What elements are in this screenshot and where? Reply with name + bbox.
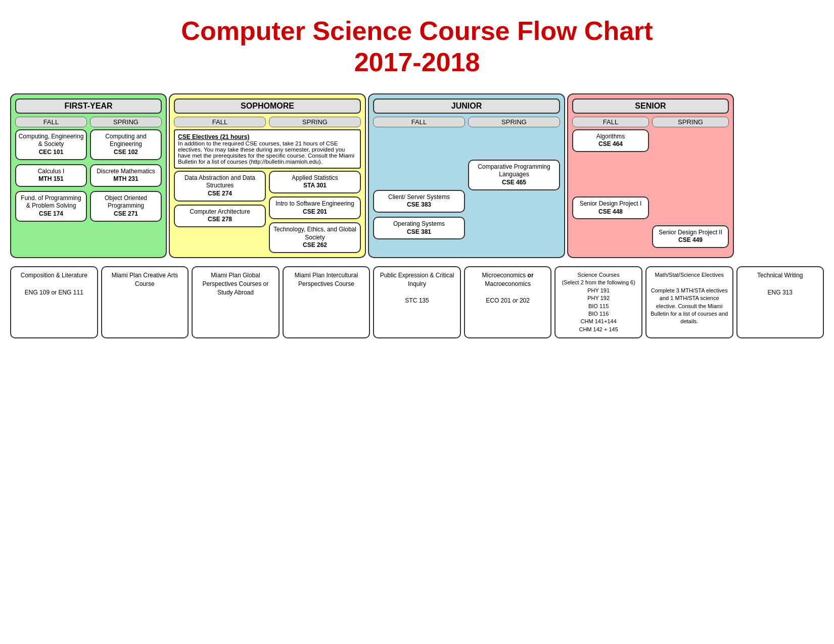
cse-electives-text: In addition to the required CSE courses,… (178, 140, 354, 165)
bottom-public-expression: Public Expression & Critical Inquiry STC… (373, 266, 461, 338)
sr-semester-labels: FALL SPRING (572, 117, 729, 127)
bottom-math-stat: Math/Stat/Science Electives Complete 3 M… (645, 266, 733, 338)
first-year-section: FIRST-YEAR FALL SPRING Computing, Engine… (10, 93, 167, 258)
course-mth231: Discrete MathematicsMTH 231 (90, 164, 162, 187)
soph-spring-col: Applied StatisticsSTA 301 Intro to Softw… (269, 171, 361, 253)
soph-courses: Data Abstraction and Data StructuresCSE … (174, 171, 361, 253)
sr-courses: AlgorithmsCSE 464 Senior Design Project … (572, 129, 729, 248)
jr-semester-labels: FALL SPRING (373, 117, 560, 127)
bottom-stc135: STC 135 (405, 297, 429, 304)
sr-fall-label: FALL (572, 117, 649, 127)
senior-section: SENIOR FALL SPRING AlgorithmsCSE 464 Sen… (567, 93, 734, 258)
junior-header: JUNIOR (373, 98, 560, 114)
sr-fall-col: AlgorithmsCSE 464 Senior Design Project … (572, 129, 649, 248)
course-cse465: Comparative Programming LanguagesCSE 465 (468, 160, 560, 190)
course-cse381: Operating SystemsCSE 381 (373, 217, 465, 239)
bottom-microeconomics: Microeconomics or Macroeconomics ECO 201… (464, 266, 552, 338)
bottom-intercultural: Miami Plan Intercultural Perspectives Co… (283, 266, 370, 338)
first-year-semester-labels: FALL SPRING (15, 117, 162, 127)
course-sta301: Applied StatisticsSTA 301 (269, 171, 361, 193)
first-year-header: FIRST-YEAR (15, 98, 162, 114)
jr-courses: Client/ Server SystemsCSE 383 Operating … (373, 129, 560, 239)
course-cse271: Object Oriented ProgrammingCSE 271 (90, 191, 162, 222)
course-cse449: Senior Design Project IICSE 449 (652, 225, 729, 248)
course-cse464: AlgorithmsCSE 464 (572, 129, 649, 152)
course-cse274: Data Abstraction and Data StructuresCSE … (174, 171, 266, 202)
bottom-row: Composition & Literature ENG 109 or ENG … (10, 266, 824, 338)
soph-semester-labels: FALL SPRING (174, 117, 361, 127)
senior-header: SENIOR (572, 98, 729, 114)
bottom-science-courses: Science Courses (Select 2 from the follo… (554, 266, 642, 338)
course-cse174: Fund. of Programming & Problem SolvingCS… (15, 191, 87, 222)
bottom-composition-lit: Composition & Literature ENG 109 or ENG … (10, 266, 98, 338)
page-title: Computer Science Course Flow Chart 2017-… (10, 10, 824, 78)
sr-spring-label: SPRING (652, 117, 729, 127)
soph-fall-col: Data Abstraction and Data StructuresCSE … (174, 171, 266, 253)
course-cec101: Computing, Engineering & SocietyCEC 101 (15, 129, 87, 160)
bottom-eco: ECO 201 or 202 (486, 297, 530, 304)
fy-spring-label: SPRING (90, 117, 162, 127)
soph-fall-label: FALL (174, 117, 266, 127)
junior-section: JUNIOR FALL SPRING Client/ Server System… (368, 93, 565, 258)
sr-spring-col: Senior Design Project IICSE 449 (652, 129, 729, 248)
cse-electives-box: CSE Electives (21 hours) In addition to … (174, 129, 361, 169)
fy-spring-col: Computing and EngineeringCSE 102 Discret… (90, 129, 162, 222)
page-container: Computer Science Course Flow Chart 2017-… (10, 10, 824, 338)
jr-fall-label: FALL (373, 117, 465, 127)
jr-spring-col: Comparative Programming LanguagesCSE 465 (468, 160, 560, 239)
course-cse448: Senior Design Project ICSE 448 (572, 196, 649, 219)
course-cse102: Computing and EngineeringCSE 102 (90, 129, 162, 160)
cse-electives-title: CSE Electives (21 hours) (178, 133, 249, 140)
bottom-technical-writing: Technical Writing ENG 313 (736, 266, 824, 338)
sophomore-header: SOPHOMORE (174, 98, 361, 114)
bottom-eng313: ENG 313 (768, 289, 793, 296)
course-cse201: Intro to Software EngineeringCSE 201 (269, 196, 361, 219)
bottom-comp-detail: ENG 109 or ENG 111 (25, 289, 83, 296)
fy-fall-label: FALL (15, 117, 87, 127)
course-mth151: Calculus IMTH 151 (15, 164, 87, 187)
jr-fall-col: Client/ Server SystemsCSE 383 Operating … (373, 190, 465, 239)
fy-courses: Computing, Engineering & SocietyCEC 101 … (15, 129, 162, 222)
bottom-global-perspectives: Miami Plan Global Perspectives Courses o… (192, 266, 280, 338)
course-cse262: Technology, Ethics, and Global SocietyCS… (269, 222, 361, 253)
fy-fall-col: Computing, Engineering & SocietyCEC 101 … (15, 129, 87, 222)
course-cse383: Client/ Server SystemsCSE 383 (373, 190, 465, 213)
course-cse278: Computer ArchitectureCSE 278 (174, 205, 266, 227)
year-columns: FIRST-YEAR FALL SPRING Computing, Engine… (10, 93, 824, 258)
sophomore-section: SOPHOMORE FALL SPRING CSE Electives (21 … (169, 93, 366, 258)
soph-spring-label: SPRING (269, 117, 361, 127)
jr-spring-label: SPRING (468, 117, 560, 127)
main-content: FIRST-YEAR FALL SPRING Computing, Engine… (10, 93, 824, 338)
bottom-creative-arts: Miami Plan Creative Arts Course (101, 266, 189, 338)
